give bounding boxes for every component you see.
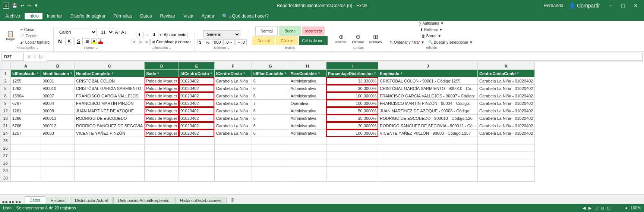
cell-21A[interactable]: 6766 [11, 122, 41, 130]
cell-5A[interactable]: 1263 [11, 85, 41, 92]
cut-button[interactable]: ✂ Cortar [19, 27, 51, 32]
cell-24I[interactable]: 100,0000% [326, 130, 378, 137]
format-cells-button[interactable]: ⊞ Formato [367, 33, 384, 45]
cell-2G[interactable]: 6 [252, 77, 289, 85]
add-sheet-button[interactable]: ⊕ [227, 196, 238, 204]
bold-button[interactable]: N [56, 37, 64, 45]
share-button[interactable]: 👤 Compartir [566, 3, 603, 9]
cell-9E[interactable]: 01020402 [179, 100, 214, 107]
style-calculo[interactable]: Cálculo [276, 36, 298, 45]
sheet-tab-historico[interactable]: HistóricoDistribuciones [175, 197, 227, 204]
find-select-button[interactable]: 🔍 Buscar y seleccionar ▼ [427, 40, 474, 45]
cell-24J[interactable]: VICENTE YÁÑEZ PINZÓN - 90003 - Código:12… [378, 130, 478, 137]
delete-cells-button[interactable]: ⊖ Eliminar [350, 33, 366, 45]
maximize-button[interactable]: □ [619, 3, 628, 9]
sheet-tab-datos[interactable]: Datos [25, 196, 45, 204]
decrease-decimal-btn[interactable]: ←.0 [236, 39, 247, 45]
cell-1I[interactable]: PorcentajeDistribucion ▼ [326, 70, 378, 77]
undo-qat-btn[interactable]: ↩ [20, 2, 25, 9]
cell-18K[interactable]: Carabela La Niña - 01020402 [477, 115, 534, 122]
col-header-F[interactable]: F [214, 62, 252, 70]
cell-9I[interactable]: 100,0000% [326, 100, 378, 107]
cell-12G[interactable]: 6 [252, 107, 289, 115]
cell-18A[interactable]: 1266 [11, 115, 41, 122]
clear-button[interactable]: 🗑 Borrar ▼ [420, 33, 443, 39]
decrease-font-btn[interactable]: A↓ [121, 29, 127, 35]
cell-1J[interactable]: Empleado ▼ [378, 70, 478, 77]
redo-qat-btn[interactable]: ↪ [26, 2, 32, 9]
cell-9C[interactable]: FRANCISCO MARTÍN PINZÓN [75, 100, 145, 107]
tab-scroll-right[interactable]: ▶▶ [16, 200, 22, 204]
cell-8E[interactable]: 01020402 [179, 92, 214, 100]
align-bottom-btn[interactable]: ⬇ [151, 32, 157, 38]
qat-dropdown-btn[interactable]: ▼ [33, 2, 39, 9]
cell-5J[interactable]: CRISTÓBAL GARCÍA SARMIENTO - 900010 - Có… [378, 85, 478, 92]
fill-button[interactable]: ⬇ Rellenar ▼ [419, 27, 444, 32]
cell-2H[interactable]: Administrativa [289, 77, 326, 85]
col-header-I[interactable]: I [326, 62, 378, 70]
cell-9F[interactable]: Carabela La Niña [214, 100, 252, 107]
style-celda[interactable]: Celda de co... [299, 36, 328, 45]
comma-btn[interactable]: % [204, 39, 211, 45]
menu-revisar[interactable]: Revisar [157, 13, 179, 19]
menu-search[interactable]: 🔍 ¿Qué desea hacer? [218, 13, 272, 19]
tab-scroll-prev[interactable]: ◀ [8, 200, 11, 204]
col-header-B[interactable]: B [41, 62, 75, 70]
cell-24G[interactable]: 6 [252, 130, 289, 137]
cell-18G[interactable]: 6 [252, 115, 289, 122]
col-header-G[interactable]: G [252, 62, 289, 70]
cell-9K[interactable]: Carabela La Niña - 01020402 [477, 100, 534, 107]
cell-8D[interactable]: Palos de Moguer [145, 92, 179, 100]
cell-21D[interactable]: Palos de Moguer [145, 122, 179, 130]
cell-1A[interactable]: IdEmpleado ▼ [11, 70, 41, 77]
cell-8A[interactable]: 15964 [11, 92, 41, 100]
cell-18J[interactable]: RODRIGO DE ESCOBEDO - 900013 - Código:12… [378, 115, 478, 122]
zoom-slider[interactable]: ────● [613, 206, 628, 210]
col-header-E[interactable]: E [179, 62, 214, 70]
cell-12A[interactable]: 1261 [11, 107, 41, 115]
cell-9J[interactable]: FRANCISCO MARTÍN PINZÓN - 90004 - Código… [378, 100, 478, 107]
cell-2A[interactable]: 1255 [11, 77, 41, 85]
insert-cells-button[interactable]: ⊕ Insertar [334, 33, 349, 45]
zoom-level[interactable]: 100% [631, 206, 641, 210]
cell-12I[interactable]: 50,0000% [326, 107, 378, 115]
col-header-A[interactable]: A [11, 62, 41, 70]
cell-1E[interactable]: IdCentroCosto ▼ [179, 70, 214, 77]
col-header-H[interactable]: H [289, 62, 326, 70]
cell-12J[interactable]: JUAN MARTÍNEZ DE AZOQUE - 90008 - Código… [378, 107, 478, 115]
autosum-button[interactable]: ∑ Autosuma ▼ [417, 21, 445, 26]
menu-formulas[interactable]: Fórmulas [110, 13, 136, 19]
cell-21G[interactable]: 6 [252, 122, 289, 130]
close-button[interactable]: ✕ [631, 3, 641, 9]
cell-21I[interactable]: 20,0000% [326, 122, 378, 130]
menu-diseno[interactable]: Diseño de página [67, 13, 109, 19]
cell-1C[interactable]: NombreCompleto ▼ [75, 70, 145, 77]
cell-8K[interactable]: Carabela La Niña - 01020402 [477, 92, 534, 100]
cell-2J[interactable]: CRISTÓBAL COLÓN - 90001 - Código:1255 [378, 77, 478, 85]
cell-8C[interactable]: FRANCISCO GARCÍA VALLEJOS [75, 92, 145, 100]
cell-5F[interactable]: Carabela La Niña [214, 85, 252, 92]
style-neutral[interactable]: Neutral [252, 36, 275, 45]
cell-12K[interactable]: Carabela La Niña - 01020402 [477, 107, 534, 115]
italic-button[interactable]: K [65, 37, 73, 45]
cell-1K[interactable]: CentroCostoConId ▼ [477, 70, 534, 77]
cell-5H[interactable]: Administrativa [289, 85, 326, 92]
menu-ayuda[interactable]: Ayuda [198, 13, 218, 19]
cell-1B[interactable]: Identificacion ▼ [41, 70, 75, 77]
menu-inicio[interactable]: Inicio [25, 13, 42, 19]
style-incorrecto[interactable]: Incorrecto [302, 26, 325, 35]
view-page-break-btn[interactable]: ⊟ [607, 206, 610, 211]
align-top-btn[interactable]: ⬆ [136, 32, 142, 38]
highlight-button[interactable]: A [91, 38, 97, 44]
cell-9G[interactable]: 7 [252, 100, 289, 107]
col-header-D[interactable]: D [145, 62, 179, 70]
style-normal[interactable]: Normal [255, 26, 278, 35]
cell-18H[interactable]: Administrativa [289, 115, 326, 122]
cell-5G[interactable]: 6 [252, 85, 289, 92]
cell-21E[interactable]: 01020402 [179, 122, 214, 130]
cell-12D[interactable]: Palos de Moguer [145, 107, 179, 115]
cell-21F[interactable]: Carabela La Niña [214, 122, 252, 130]
scroll-right-btn[interactable]: ▶ [588, 206, 591, 211]
cell-18B[interactable]: 900013 [41, 115, 75, 122]
cell-21J[interactable]: RODRIGO SÁNCHEZ DE SEGOVIA - 900012 - Có… [378, 122, 478, 130]
